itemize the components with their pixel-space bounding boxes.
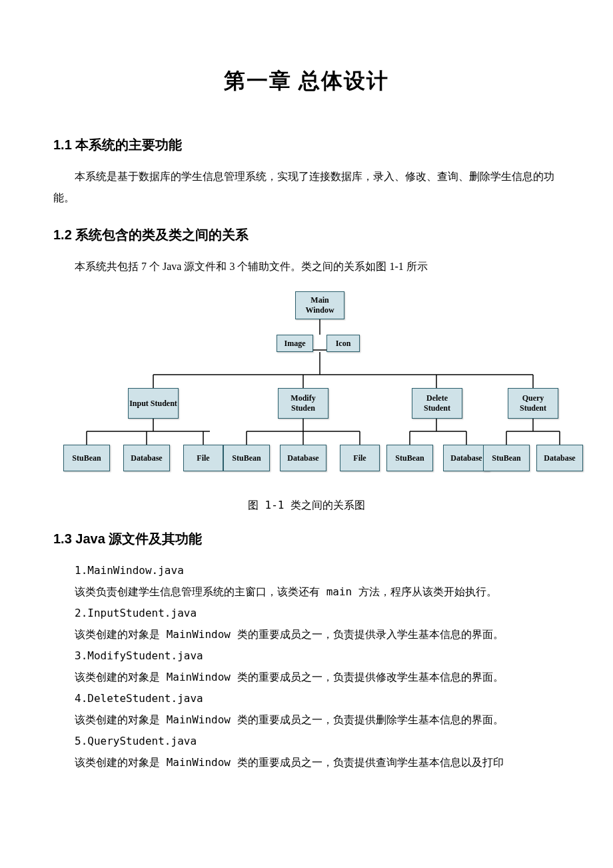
node-label: Query Student [508, 393, 558, 413]
node-label: Image [277, 339, 312, 349]
node-database: Database [536, 445, 583, 471]
node-label: StuBean [484, 453, 529, 463]
node-label: Database [281, 453, 326, 463]
node-label: Input Student [129, 399, 178, 409]
node-label: File [340, 453, 379, 463]
list-item: 该类创建的对象是 MainWindow 类的重要成员之一，负责提供修改学生基本信… [53, 667, 560, 688]
list-item: 该类负责创建学生信息管理系统的主窗口，该类还有 main 方法，程序从该类开始执… [53, 581, 560, 603]
list-item: 5.QueryStudent.java [53, 731, 560, 752]
node-file: File [340, 445, 380, 471]
section-2-heading: 1.2 系统包含的类及类之间的关系 [53, 226, 560, 244]
list-item: 2.InputStudent.java [53, 603, 560, 624]
section-2-paragraph: 本系统共包括 7 个 Java 源文件和 3 个辅助文件。类之间的关系如图 1-… [53, 256, 560, 277]
node-stubean: StuBean [483, 445, 530, 471]
node-label: File [184, 453, 223, 463]
node-delete-student: Delete Student [412, 388, 462, 419]
section-1-heading: 1.1 本系统的主要功能 [53, 136, 560, 154]
document-page: 第一章 总体设计 1.1 本系统的主要功能 本系统是基于数据库的学生信息管理系统… [0, 0, 613, 813]
node-stubean: StuBean [63, 445, 110, 471]
list-item: 1.MainWindow.java [53, 560, 560, 581]
node-input-student: Input Student [128, 388, 179, 419]
node-label: StuBean [224, 453, 269, 463]
node-stubean: StuBean [223, 445, 270, 471]
node-database: Database [123, 445, 170, 471]
section-1-paragraph: 本系统是基于数据库的学生信息管理系统，实现了连接数据库，录入、修改、查询、删除学… [53, 166, 560, 209]
list-item: 该类创建的对象是 MainWindow 类的重要成员之一，负责提供录入学生基本信… [53, 624, 560, 645]
list-item: 4.DeleteStudent.java [53, 688, 560, 709]
node-image: Image [277, 335, 313, 352]
node-label: Modify Studen [279, 393, 328, 413]
node-icon: Icon [326, 335, 360, 352]
list-item: 3.ModifyStudent.java [53, 645, 560, 667]
node-database: Database [280, 445, 326, 471]
node-file: File [183, 445, 223, 471]
section-3-heading: 1.3 Java 源文件及其功能 [53, 530, 560, 548]
node-label: Main Window [296, 295, 344, 315]
node-label: Database [124, 453, 169, 463]
list-item: 该类创建的对象是 MainWindow 类的重要成员之一，负责提供查询学生基本信… [53, 752, 560, 773]
node-label: Database [444, 453, 489, 463]
node-query-student: Query Student [508, 388, 558, 419]
node-stubean: StuBean [386, 445, 433, 471]
figure-caption: 图 1-1 类之间的关系图 [53, 499, 560, 513]
node-main-window: Main Window [295, 291, 344, 319]
chapter-title: 第一章 总体设计 [53, 67, 560, 96]
node-label: Delete Student [412, 393, 462, 413]
node-label: StuBean [64, 453, 109, 463]
class-relationship-diagram: Main Window Image Icon Input Student Mod… [53, 288, 573, 495]
node-label: Icon [327, 339, 359, 349]
node-label: Database [537, 453, 582, 463]
node-label: StuBean [387, 453, 432, 463]
node-modify-student: Modify Studen [278, 388, 328, 419]
list-item: 该类创建的对象是 MainWindow 类的重要成员之一，负责提供删除学生基本信… [53, 709, 560, 731]
